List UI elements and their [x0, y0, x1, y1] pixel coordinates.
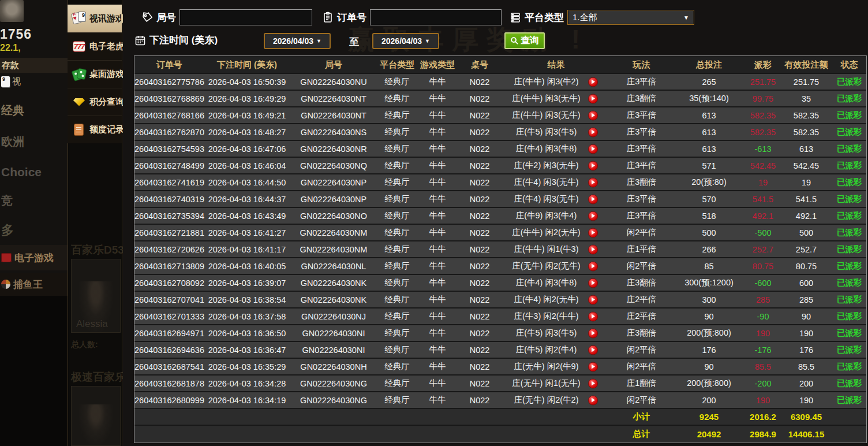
table-row: 2604031627628702026-04-03 16:48:27GN0222…: [134, 124, 866, 141]
cell-payout: 285: [746, 295, 780, 304]
card-icon: [1, 76, 10, 87]
cell-round: GN022264030NM: [290, 245, 377, 254]
cell-order: 260403162768166: [134, 111, 204, 120]
search-icon: [510, 36, 519, 45]
nav-duo: 多: [1, 222, 14, 239]
sidebar-item-credit-record[interactable]: 额度记录: [68, 116, 122, 143]
cell-payout: 85.5: [746, 362, 780, 371]
replay-button[interactable]: [588, 127, 598, 137]
replay-button[interactable]: [588, 77, 598, 87]
cell-result: 庄(牛3) 闲2(牛牛): [502, 311, 611, 322]
cell-table: N022: [458, 295, 502, 304]
sidebar-item-slots[interactable]: 777 电子老虎机: [68, 32, 122, 60]
result-text: 庄(牛牛) 闲3(无牛): [512, 110, 580, 120]
cell-total-bet: 500: [672, 228, 746, 237]
cell-valid-bet: 492.1: [780, 211, 832, 221]
sidebar-item-table-games[interactable]: 桌面游戏: [68, 60, 122, 88]
cell-result: 庄(牛2) 闲3(无牛): [502, 160, 611, 171]
total-valid: 14406.15: [780, 429, 832, 439]
cell-table: N022: [458, 228, 502, 237]
cell-platform: 经典厅: [377, 395, 417, 406]
date-from-button[interactable]: 2026/04/03▼: [264, 33, 331, 49]
cell-play: 庄3平倍: [611, 110, 672, 121]
cell-result: 庄(牛4) 闲3(牛8): [502, 277, 611, 288]
cell-game-type: 牛牛: [417, 294, 458, 305]
platform-select[interactable]: 1.全部 ▼: [567, 10, 694, 25]
round-label: 局号: [156, 11, 176, 24]
replay-button[interactable]: [588, 395, 598, 405]
round-input[interactable]: [179, 9, 312, 25]
round-filter-group: 局号: [141, 9, 312, 25]
replay-button[interactable]: [588, 144, 598, 154]
to-label: 至: [349, 35, 359, 49]
cell-status: 已派彩: [832, 177, 866, 188]
result-text: 庄(牛4) 闲3(牛8): [516, 278, 577, 287]
table-row: 2604031627545932026-04-03 16:47:06GN0222…: [134, 141, 866, 158]
cell-order: 260403162713809: [134, 262, 204, 271]
cell-play: 闲2平倍: [611, 344, 672, 355]
replay-button[interactable]: [588, 177, 598, 187]
replay-button[interactable]: [588, 378, 598, 388]
cell-payout: 492.1: [746, 211, 780, 221]
subtotal-payout: 2016.2: [746, 412, 780, 422]
cell-total-bet: 570: [672, 195, 746, 204]
replay-button[interactable]: [588, 345, 598, 355]
cell-result: 庄(牛牛) 闲2(无牛): [502, 227, 611, 238]
cell-result: 庄(无牛) 闲1(无牛): [502, 378, 611, 389]
replay-button[interactable]: [588, 161, 598, 170]
cell-round: GN022264030NJ: [290, 312, 377, 321]
cell-play: 闲2平倍: [611, 227, 672, 238]
cell-order: 260403162775786: [134, 77, 204, 87]
cell-status: 已派彩: [832, 294, 866, 305]
chevron-down-icon: ▼: [683, 14, 689, 21]
date-to-button[interactable]: 2026/04/03▼: [372, 33, 439, 49]
cell-game-type: 牛牛: [417, 378, 458, 389]
total-label: 总计: [611, 429, 672, 440]
cell-valid-bet: 582.35: [780, 128, 832, 137]
order-input[interactable]: [370, 9, 502, 25]
cell-bet-time: 2026-04-03 16:44:37: [204, 195, 290, 204]
replay-button[interactable]: [588, 194, 598, 204]
col-header-table: 桌号: [458, 60, 502, 70]
sidebar-item-label: 额度记录: [89, 124, 124, 135]
cell-game-type: 牛牛: [417, 177, 458, 188]
sidebar-item-video-games[interactable]: 视讯游戏: [68, 5, 122, 32]
cell-order: 260403162708092: [134, 278, 204, 288]
cell-game-type: 牛牛: [417, 93, 458, 104]
replay-button[interactable]: [588, 311, 598, 321]
cell-round: GN022264030NK: [290, 295, 377, 304]
sidebar-item-points-query[interactable]: 积分查询: [68, 88, 122, 116]
replay-button[interactable]: [588, 211, 598, 221]
fishing-item: 捕鱼王: [0, 273, 68, 296]
table-row: 2604031626949712026-04-03 16:36:50GN0222…: [134, 325, 866, 342]
replay-button[interactable]: [588, 228, 598, 237]
cell-platform: 经典厅: [377, 93, 417, 104]
cell-platform: 经典厅: [377, 361, 417, 372]
cell-bet-time: 2026-04-03 16:40:05: [204, 262, 290, 271]
replay-button[interactable]: [588, 261, 598, 271]
cell-round: GN022264030NS: [290, 128, 377, 137]
cell-bet-time: 2026-04-03 16:43:49: [204, 211, 290, 221]
total-row: 总计 20492 2984.9 14406.15: [134, 426, 866, 443]
replay-button[interactable]: [588, 278, 598, 288]
cell-game-type: 牛牛: [417, 76, 458, 87]
cell-table: N022: [458, 111, 502, 120]
replay-button[interactable]: [588, 110, 598, 120]
replay-button[interactable]: [588, 362, 598, 371]
cell-game-type: 牛牛: [417, 328, 458, 339]
replay-button[interactable]: [588, 328, 598, 338]
cell-play: 庄3翻倍: [611, 93, 672, 104]
search-button[interactable]: 查询: [504, 32, 545, 49]
replay-button[interactable]: [588, 94, 598, 103]
replay-button[interactable]: [588, 295, 598, 304]
cell-order: 260403162707041: [134, 295, 204, 304]
electronic-games-icon: [1, 253, 12, 262]
cell-valid-bet: 541.5: [780, 195, 832, 204]
cell-result: 庄(牛牛) 闲3(无牛): [502, 93, 611, 104]
sidebar-item-label: 桌面游戏: [89, 69, 124, 80]
cell-game-type: 牛牛: [417, 277, 458, 288]
replay-button[interactable]: [588, 244, 598, 254]
cell-order: 260403162754593: [134, 144, 204, 154]
cell-bet-time: 2026-04-03 16:44:50: [204, 178, 290, 187]
cell-table: N022: [458, 262, 502, 271]
